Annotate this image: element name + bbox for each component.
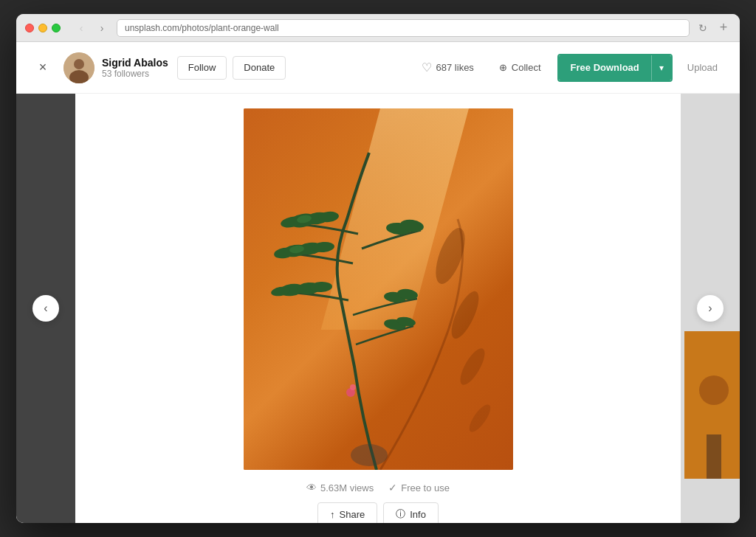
photo-actions: ↑ Share ⓘ Info: [317, 502, 439, 523]
plant-illustration: [244, 108, 513, 470]
donate-label: Donate: [244, 62, 275, 73]
svg-point-6: [465, 401, 493, 434]
license-text: Free to use: [401, 482, 450, 493]
share-icon: ↑: [330, 509, 335, 520]
chevron-down-icon: ▾: [659, 63, 664, 73]
back-button[interactable]: ‹: [72, 19, 90, 37]
top-bar: × Sigrid Abalos 53 followers: [16, 42, 740, 94]
avatar[interactable]: [63, 52, 94, 83]
svg-point-27: [351, 444, 388, 466]
close-window-button[interactable]: [25, 24, 34, 32]
svg-point-4: [446, 288, 484, 342]
svg-point-5: [456, 345, 489, 388]
views-count: 5.63M views: [320, 482, 374, 493]
minimize-window-button[interactable]: [38, 24, 47, 32]
main-content: ‹: [16, 94, 740, 523]
info-label: Info: [410, 509, 426, 520]
new-tab-button[interactable]: +: [716, 21, 731, 35]
address-bar[interactable]: unsplash.com/photos/plant-orange-wall: [117, 19, 690, 37]
donate-button[interactable]: Donate: [233, 56, 286, 80]
username: Sigrid Abalos: [102, 57, 168, 69]
titlebar-right: ↻ +: [695, 21, 731, 35]
svg-point-31: [699, 375, 729, 405]
titlebar: ‹ › unsplash.com/photos/plant-orange-wal…: [16, 14, 740, 42]
left-panel: ‹: [16, 94, 75, 523]
right-panel: ›: [681, 94, 740, 523]
svg-point-29: [350, 384, 356, 390]
action-buttons: Follow Donate: [177, 56, 286, 80]
close-icon: ×: [39, 60, 47, 75]
collect-button[interactable]: ⊕ Collect: [490, 58, 550, 77]
plus-circle-icon: ⊕: [499, 62, 507, 73]
share-label: Share: [340, 509, 365, 520]
maximize-window-button[interactable]: [52, 24, 61, 32]
right-actions: ♡ 687 likes ⊕ Collect Free Download ▾ Up…: [413, 54, 725, 82]
download-group: Free Download ▾: [557, 54, 673, 82]
heart-icon: ♡: [422, 60, 432, 75]
photo-background: [244, 108, 513, 470]
info-icon: ⓘ: [396, 507, 405, 521]
follow-label: Follow: [188, 62, 216, 73]
download-button[interactable]: Free Download: [559, 55, 651, 80]
checkmark-icon: ✓: [388, 482, 397, 493]
browser-window: ‹ › unsplash.com/photos/plant-orange-wal…: [16, 14, 740, 523]
likes-count: 687 likes: [436, 62, 474, 73]
refresh-button[interactable]: ↻: [695, 21, 710, 35]
download-dropdown-button[interactable]: ▾: [651, 55, 671, 80]
svg-point-1: [74, 59, 84, 69]
next-photo-thumbnail: [684, 331, 740, 479]
collect-label: Collect: [512, 62, 541, 73]
prev-arrow-icon: ‹: [44, 302, 47, 315]
close-photo-button[interactable]: ×: [31, 56, 55, 80]
info-button[interactable]: ⓘ Info: [383, 502, 439, 523]
url-text: unsplash.com/photos/plant-orange-wall: [125, 23, 279, 33]
user-details: Sigrid Abalos 53 followers: [102, 57, 168, 79]
image-area: 👁 5.63M views ✓ Free to use ↑ Share: [75, 94, 681, 523]
svg-rect-32: [707, 434, 721, 479]
app-container: × Sigrid Abalos 53 followers: [16, 42, 740, 523]
next-photo-button[interactable]: ›: [697, 295, 724, 322]
photo-meta: 👁 5.63M views ✓ Free to use: [306, 482, 450, 493]
followers-count: 53 followers: [102, 69, 168, 79]
traffic-lights: [25, 24, 61, 32]
prev-photo-button[interactable]: ‹: [32, 295, 59, 322]
forward-button[interactable]: ›: [93, 19, 111, 37]
eye-icon: 👁: [306, 482, 317, 493]
photo-image: [244, 108, 513, 470]
follow-button[interactable]: Follow: [177, 56, 227, 80]
license-meta: ✓ Free to use: [388, 482, 450, 493]
views-meta: 👁 5.63M views: [306, 482, 374, 493]
next-arrow-icon: ›: [708, 302, 712, 315]
likes-button[interactable]: ♡ 687 likes: [413, 56, 483, 79]
download-label: Free Download: [571, 62, 639, 73]
svg-point-3: [430, 224, 471, 287]
user-info: Sigrid Abalos 53 followers: [63, 52, 168, 83]
browser-nav-buttons: ‹ ›: [72, 19, 111, 37]
share-button[interactable]: ↑ Share: [317, 502, 377, 523]
upload-button[interactable]: Upload: [680, 62, 725, 73]
